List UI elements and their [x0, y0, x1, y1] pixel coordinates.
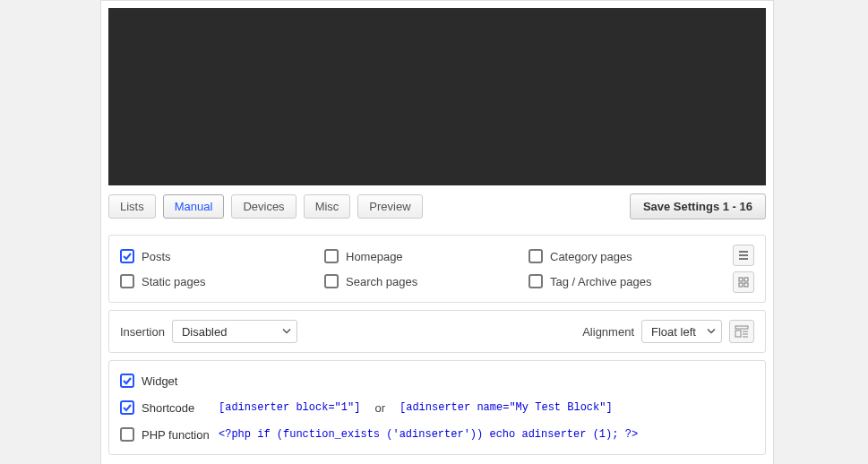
checkbox-icon [324, 274, 339, 288]
check-tag[interactable]: Tag / Archive pages [529, 274, 724, 288]
select-value: Disabled [182, 325, 228, 339]
svg-rect-1 [744, 278, 748, 281]
checkbox-icon[interactable] [120, 400, 134, 415]
checkbox-icon [324, 249, 339, 263]
svg-rect-0 [739, 278, 743, 281]
tab-lists[interactable]: Lists [108, 194, 156, 219]
check-search[interactable]: Search pages [324, 274, 520, 288]
checkbox-icon[interactable] [120, 374, 134, 388]
check-label: Posts [142, 250, 171, 263]
checkbox-icon [529, 274, 543, 288]
tab-row: Lists Manual Devices Misc Preview Save S… [108, 185, 766, 228]
chevron-down-icon [707, 325, 716, 339]
checkbox-icon [120, 274, 134, 288]
widget-label: Widget [142, 374, 177, 388]
page-types-section: Posts Homepage Category pages Static pag… [108, 235, 766, 303]
svg-rect-2 [739, 283, 743, 287]
tab-preview[interactable]: Preview [357, 194, 422, 219]
insertion-label: Insertion [120, 325, 165, 339]
svg-rect-5 [735, 331, 741, 337]
manual-section: Widget Shortcode [adinserter block="1"] … [108, 360, 766, 455]
check-category[interactable]: Category pages [529, 249, 724, 263]
shortcode-code-2: [adinserter name="My Test Block"] [400, 401, 613, 414]
check-static[interactable]: Static pages [120, 274, 315, 288]
or-text: or [374, 401, 385, 415]
check-posts[interactable]: Posts [120, 249, 315, 263]
php-label: PHP function [142, 428, 210, 442]
alignment-preview-icon[interactable] [729, 320, 754, 343]
checkbox-icon [120, 249, 134, 263]
list-view-icon[interactable] [733, 245, 754, 266]
shortcode-code-1: [adinserter block="1"] [219, 401, 360, 414]
shortcode-label: Shortcode [142, 401, 194, 415]
alignment-select[interactable]: Float left [641, 320, 722, 343]
chevron-down-icon [282, 325, 291, 339]
insertion-select[interactable]: Disabled [172, 320, 297, 343]
check-label: Search pages [346, 275, 417, 288]
grid-view-icon[interactable] [733, 271, 754, 293]
checkbox-icon[interactable] [120, 427, 134, 442]
php-code: <?php if (function_exists ('adinserter')… [219, 428, 638, 441]
tab-devices[interactable]: Devices [231, 194, 296, 219]
save-settings-button[interactable]: Save Settings 1 - 16 [630, 193, 766, 219]
alignment-label: Alignment [582, 325, 634, 339]
check-homepage[interactable]: Homepage [324, 249, 520, 263]
svg-rect-4 [735, 326, 748, 329]
check-label: Homepage [346, 250, 403, 263]
svg-rect-3 [744, 283, 748, 287]
tab-manual[interactable]: Manual [163, 194, 225, 219]
insertion-section: Insertion Disabled Alignment Float left [108, 310, 766, 353]
select-value: Float left [651, 325, 696, 339]
check-label: Tag / Archive pages [550, 275, 651, 288]
check-label: Static pages [142, 275, 206, 288]
tab-misc[interactable]: Misc [304, 194, 351, 219]
check-label: Category pages [550, 250, 632, 263]
code-editor-area[interactable] [108, 8, 766, 185]
checkbox-icon [529, 249, 543, 263]
